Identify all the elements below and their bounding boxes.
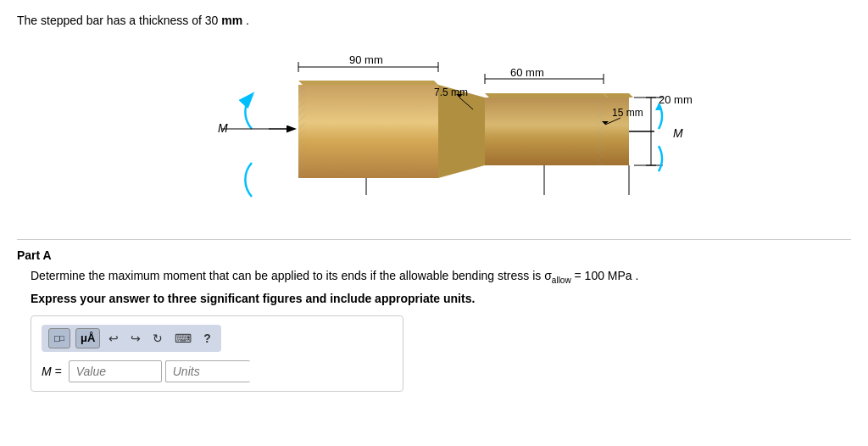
- variable-label: M =: [42, 365, 62, 378]
- part-a-instruction: Express your answer to three significant…: [31, 292, 851, 305]
- svg-marker-8: [485, 93, 608, 98]
- svg-rect-9: [298, 85, 305, 178]
- diagram-svg: M: [171, 40, 697, 218]
- redo-button[interactable]: ↪: [127, 330, 144, 347]
- part-a-label: Part A: [17, 248, 851, 262]
- problem-statement: The stepped bar has a thickness of 30 mm…: [17, 14, 851, 27]
- undo-button[interactable]: ↩: [105, 330, 122, 347]
- keyboard-button[interactable]: ⌨: [171, 330, 195, 347]
- part-a-description: Determine the maximum moment that can be…: [31, 269, 851, 285]
- section-divider: [17, 239, 851, 240]
- svg-marker-12: [604, 93, 633, 98]
- svg-rect-10: [597, 98, 604, 165]
- svg-marker-4: [298, 81, 438, 85]
- diagram-area: M: [17, 36, 851, 222]
- svg-text:M: M: [673, 126, 683, 140]
- answer-box: □□ μÅ ↩ ↪ ↻ ⌨ ? M =: [31, 315, 403, 392]
- toolbar: □□ μÅ ↩ ↪ ↻ ⌨ ?: [42, 325, 221, 352]
- svg-text:90 mm: 90 mm: [349, 53, 383, 66]
- refresh-button[interactable]: ↻: [149, 330, 166, 347]
- svg-marker-6: [438, 85, 485, 178]
- units-input[interactable]: [165, 360, 250, 382]
- svg-rect-5: [298, 85, 438, 178]
- svg-text:M: M: [218, 121, 228, 135]
- svg-text:7.5 mm: 7.5 mm: [434, 86, 468, 98]
- mu-button[interactable]: μÅ: [75, 328, 100, 348]
- svg-text:60 mm: 60 mm: [510, 66, 544, 79]
- svg-text:20 mm: 20 mm: [659, 93, 693, 106]
- part-a-section: Part A Determine the maximum moment that…: [17, 248, 851, 392]
- svg-text:15 mm: 15 mm: [612, 107, 643, 119]
- value-input[interactable]: [69, 360, 162, 382]
- help-button[interactable]: ?: [200, 330, 214, 347]
- format-button[interactable]: □□: [48, 328, 70, 348]
- svg-rect-7: [485, 98, 604, 165]
- input-row: M =: [42, 360, 392, 382]
